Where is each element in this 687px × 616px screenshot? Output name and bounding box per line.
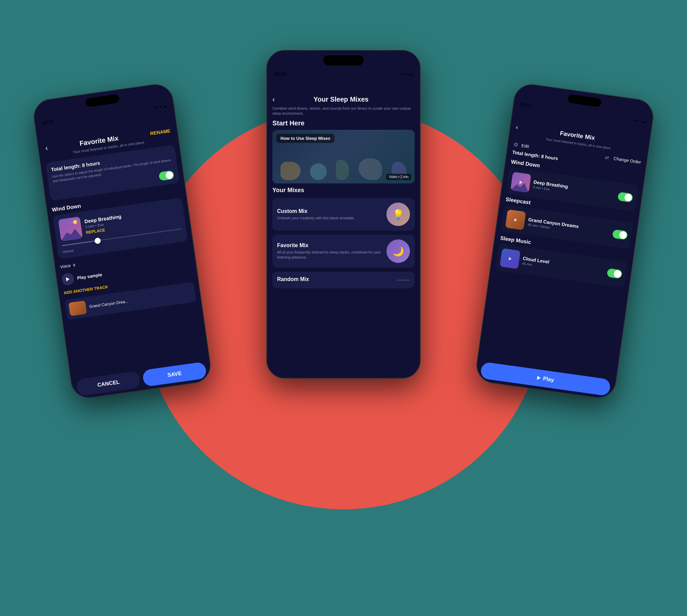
star-decoration (73, 220, 78, 224)
right-wind-down-play-icon (519, 179, 523, 185)
left-back-icon[interactable]: ‹ (45, 144, 48, 153)
chevron-down-icon[interactable]: ∨ (72, 262, 76, 267)
center-phone-notch (323, 55, 364, 65)
random-mix-card[interactable]: Random Mix (272, 272, 415, 288)
track-thumbnail (58, 216, 83, 241)
play-button-icon (537, 376, 541, 380)
right-wind-down-info: Deep Breathing 3 min • Eve (533, 179, 616, 200)
your-mixes-label: Your Mixes (267, 183, 420, 196)
favorite-mix-name: Favorite Mix (277, 242, 386, 248)
play-sample-label: Play sample (77, 272, 103, 280)
grand-canyon-title: Grand Canyon Drea... (89, 299, 128, 309)
video-badge: Video • 2 min (386, 174, 411, 180)
start-here-label: Start Here (267, 119, 420, 130)
favorite-mix-info: Favorite Mix All of your frequently list… (277, 242, 386, 260)
right-phone: 12:17 ●● ▲ ▬ ‹ Favorite Mix Your most li… (474, 82, 656, 400)
right-wind-down-thumb (511, 172, 531, 193)
play-icon (66, 277, 70, 281)
right-status-icons: ●● ▲ ▬ (633, 118, 646, 124)
gear-icon: ⚙ (513, 141, 519, 148)
grand-canyon-thumbnail (68, 301, 87, 316)
rename-button[interactable]: RENAME (150, 128, 170, 136)
right-sleep-music-thumb (500, 248, 521, 269)
mountain-decoration (59, 225, 83, 241)
left-phone-screen: 12:17 ●● ▲ ▬ ‹ Favorite Mix RENAME Your … (32, 83, 212, 399)
center-status-icons: ●● ▲ ▬ (400, 72, 413, 76)
custom-mix-desc: Unleash your creativity with this blank … (277, 216, 386, 221)
center-phone-screen: 12:17 ●● ▲ ▬ ‹ Your Sleep Mixes Combine … (267, 51, 420, 378)
favorite-mix-card[interactable]: Favorite Mix All of your frequently list… (272, 235, 415, 268)
length-toggle[interactable] (159, 170, 174, 181)
center-nav: ‹ Your Sleep Mixes (267, 77, 420, 106)
custom-mix-card[interactable]: Custom Mix Unleash your creativity with … (272, 198, 415, 231)
right-sleepcast-info: Grand Canyon Dreams 45 min • Simon (527, 217, 610, 238)
right-sleepcast-play-icon (514, 217, 517, 222)
custom-mix-name: Custom Mix (277, 208, 386, 214)
center-subtitle: Combine wind downs, stories, and sounds … (267, 106, 420, 120)
random-mix-name: Random Mix (277, 276, 309, 282)
slider-fill (62, 240, 98, 246)
edit-label[interactable]: Edit (521, 143, 529, 149)
center-status-time: 12:17 (274, 71, 286, 77)
wind-down-section: Wind Down Deep Breathing 3 min (52, 189, 188, 259)
tutorial-card[interactable]: How to Use Sleep Mixes Video • 2 min (272, 130, 415, 183)
right-sleepcast-toggle[interactable] (612, 229, 628, 240)
change-order-label[interactable]: Change Order (613, 156, 641, 164)
custom-mix-info: Custom Mix Unleash your creativity with … (277, 208, 386, 221)
custom-mix-icon: 💡 (386, 202, 410, 226)
random-mix-bar (396, 280, 410, 281)
play-button-label: Play (543, 376, 555, 383)
center-phone: 12:17 ●● ▲ ▬ ‹ Your Sleep Mixes Combine … (266, 50, 421, 379)
track-thumb-img (58, 216, 83, 241)
right-sleepcast-thumb (505, 209, 526, 230)
favorite-mix-icon: 🌙 (386, 239, 410, 263)
tutorial-title: How to Use Sleep Mixes (276, 134, 335, 143)
play-sample-row: Play sample (61, 256, 192, 286)
left-phone: 12:17 ●● ▲ ▬ ‹ Favorite Mix RENAME Your … (31, 82, 213, 400)
right-wind-down-toggle[interactable] (617, 192, 633, 202)
right-sleep-music-info: Cloud Level 45 min (522, 256, 605, 277)
right-sleep-music-play-icon (509, 256, 512, 261)
favorite-mix-desc: All of your frequently listened to sleep… (277, 250, 386, 260)
center-page-title: Your Sleep Mixes (275, 95, 407, 103)
phones-container: 12:17 ●● ▲ ▬ ‹ Favorite Mix RENAME Your … (25, 23, 662, 593)
slider-thumb[interactable] (94, 237, 101, 244)
voice-label: Voice (60, 263, 71, 269)
center-back-icon[interactable]: ‹ (272, 95, 275, 104)
play-sample-button[interactable] (61, 272, 75, 286)
right-sleep-music-toggle[interactable] (606, 268, 622, 279)
tutorial-background: How to Use Sleep Mixes Video • 2 min (272, 130, 415, 183)
right-phone-screen: 12:17 ●● ▲ ▬ ‹ Favorite Mix Your most li… (475, 83, 655, 399)
